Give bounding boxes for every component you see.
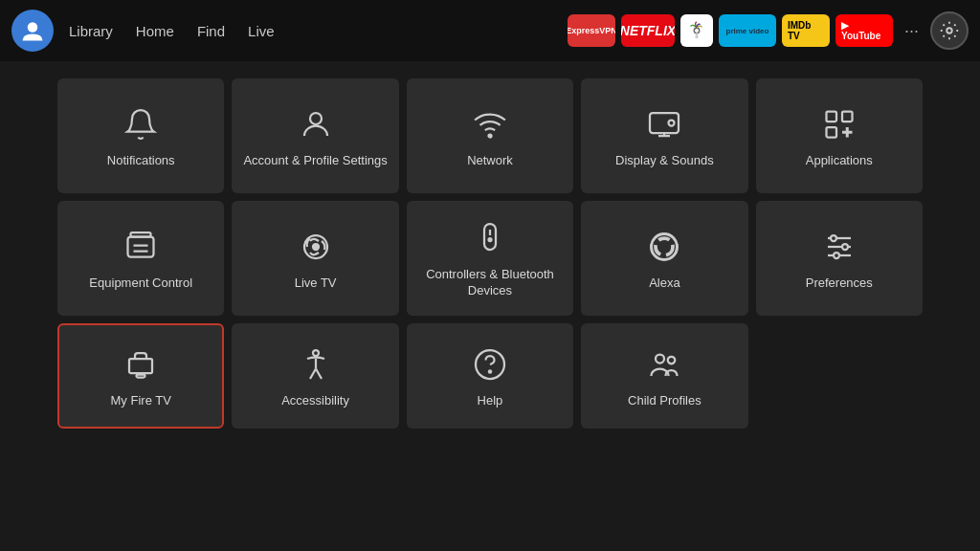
tile-preferences-label: Preferences [806, 276, 873, 292]
svg-rect-8 [842, 111, 853, 121]
svg-point-22 [831, 235, 836, 241]
tile-equipment-control[interactable]: Equipment Control [57, 201, 224, 316]
app-netflix[interactable]: NETFLIX [621, 14, 675, 47]
nav-home[interactable]: Home [136, 23, 174, 39]
svg-rect-10 [128, 236, 154, 256]
nav-live[interactable]: Live [248, 23, 275, 39]
svg-point-24 [834, 253, 839, 258]
tile-controllers[interactable]: Controllers & Bluetooth Devices [407, 201, 573, 316]
svg-rect-11 [131, 232, 151, 237]
svg-point-2 [947, 28, 952, 33]
settings-grid: Notifications Account & Profile Settings… [0, 61, 980, 446]
svg-rect-25 [129, 359, 152, 373]
nav-find[interactable]: Find [197, 23, 225, 39]
tile-controllers-label: Controllers & Bluetooth Devices [414, 267, 566, 299]
tile-equipment-control-label: Equipment Control [89, 276, 192, 292]
svg-rect-14 [484, 224, 496, 250]
svg-rect-9 [826, 127, 836, 138]
app-primevideo[interactable]: prime video [719, 14, 776, 47]
svg-point-0 [28, 22, 38, 33]
svg-point-31 [656, 354, 664, 363]
svg-point-6 [669, 120, 675, 125]
tile-alexa[interactable]: Alexa [581, 201, 747, 316]
app-expressvpn[interactable]: ExpressVPN [568, 14, 615, 47]
svg-point-27 [313, 350, 319, 356]
tile-account-label: Account & Profile Settings [243, 153, 387, 169]
tile-live-tv-label: Live TV [295, 276, 337, 292]
tile-network[interactable]: Network [407, 78, 573, 193]
app-peacock[interactable] [680, 14, 713, 47]
svg-point-23 [842, 244, 848, 250]
tile-help[interactable]: Help [407, 323, 573, 429]
tile-accessibility-label: Accessibility [281, 393, 349, 409]
svg-point-13 [313, 244, 319, 250]
tile-my-fire-tv-label: My Fire TV [111, 393, 171, 409]
topbar: Library Home Find Live ExpressVPN NETFLI… [0, 0, 980, 61]
nav-library[interactable]: Library [69, 23, 113, 39]
avatar[interactable] [11, 10, 54, 52]
svg-point-32 [668, 356, 676, 364]
tiles-container: Notifications Account & Profile Settings… [57, 78, 923, 429]
tile-preferences[interactable]: Preferences [756, 201, 923, 316]
tile-account[interactable]: Account & Profile Settings [232, 78, 398, 193]
tile-accessibility[interactable]: Accessibility [232, 323, 398, 429]
tile-live-tv[interactable]: Live TV [232, 201, 398, 316]
svg-point-4 [488, 134, 491, 137]
tile-child-profiles-label: Child Profiles [628, 393, 702, 409]
tile-child-profiles[interactable]: Child Profiles [581, 323, 747, 429]
tile-notifications-label: Notifications [107, 153, 175, 169]
tile-my-fire-tv[interactable]: My Fire TV [57, 323, 224, 429]
tile-display-sounds[interactable]: Display & Sounds [581, 78, 747, 193]
svg-point-3 [310, 113, 322, 124]
app-youtube[interactable]: ▶ YouTube [835, 14, 893, 47]
tile-applications-label: Applications [806, 153, 873, 169]
settings-button[interactable] [930, 11, 969, 50]
app-imdbtv[interactable]: IMDb TV [782, 14, 830, 47]
svg-rect-26 [137, 374, 145, 377]
svg-point-16 [488, 238, 491, 241]
tile-alexa-label: Alexa [649, 276, 680, 292]
tile-help-label: Help [478, 393, 503, 409]
tile-applications[interactable]: Applications [756, 78, 923, 193]
tile-notifications[interactable]: Notifications [57, 78, 224, 193]
more-button[interactable]: ··· [901, 21, 923, 41]
tile-network-label: Network [467, 153, 513, 169]
tile-display-sounds-label: Display & Sounds [615, 153, 714, 169]
app-icons: ExpressVPN NETFLIX prime video IMDb TV ▶… [568, 14, 893, 47]
svg-rect-7 [826, 111, 836, 121]
svg-point-18 [656, 238, 673, 255]
nav-links: Library Home Find Live [69, 23, 275, 39]
